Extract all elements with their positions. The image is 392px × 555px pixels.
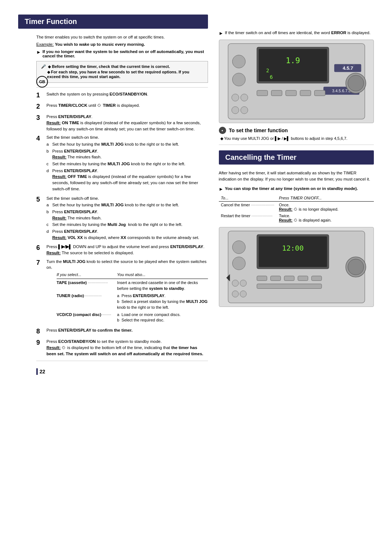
- step-7-content: Turn the MULTI JOG knob to select the so…: [46, 259, 208, 325]
- svg-point-14: [348, 75, 364, 91]
- svg-rect-15: [257, 90, 268, 96]
- svg-point-32: [348, 259, 364, 275]
- cancelling-timer-header: Cancelling the Timer: [219, 150, 374, 165]
- cancel-action-2: Restart the timer ···················: [219, 212, 277, 223]
- step-3-num: 3: [36, 113, 46, 122]
- table-row-tape: TAPE (cassette) ·················· Inser…: [57, 280, 208, 292]
- cancel-intro: After having set the timer, it will star…: [219, 170, 374, 183]
- cancel-press-2: Twice.Result: ⏲ is displayed again.: [277, 212, 374, 223]
- step-4-content: Set the timer switch-on time. aSet the h…: [46, 134, 208, 193]
- step-9: 9 Press ECO/STANDBY/ON to set the system…: [36, 339, 208, 357]
- step-1-content: Switch the system on by pressing ECO/STA…: [46, 91, 208, 97]
- svg-text:2: 2: [266, 68, 269, 73]
- step-7-num: 7: [36, 258, 46, 267]
- step-2-num: 2: [36, 102, 46, 111]
- device-image-top: 1.9 2 6 4.5.7 4.5.7 3.4.5.6.7.8: [219, 40, 374, 123]
- svg-point-12: [232, 73, 245, 86]
- timer-function-header: Timer Function: [18, 15, 208, 29]
- step-6: 6 Press ▌▶/▶▌ DOWN and UP to adjust the …: [36, 244, 208, 256]
- step-5-content: Set the timer switch-off time. aSet the …: [46, 195, 208, 242]
- svg-text:4.5.7: 4.5.7: [343, 65, 353, 71]
- svg-rect-35: [284, 276, 294, 280]
- svg-point-41: [232, 291, 238, 297]
- step-4-num: 4: [36, 134, 46, 143]
- svg-point-21: [241, 94, 248, 101]
- to-set-box: ● To set the timer function: [219, 127, 374, 134]
- device-image-bottom: 12:00: [219, 227, 374, 307]
- step-8: 8 Press ENTER/DISPLAY to confirm the tim…: [36, 327, 208, 336]
- cancel-press-1: Once.Result: ⏲ is no longer displayed.: [277, 201, 374, 212]
- step-4: 4 Set the timer switch-on time. aSet the…: [36, 134, 208, 193]
- step-6-num: 6: [36, 243, 46, 252]
- svg-rect-18: [300, 90, 311, 96]
- step-9-content: Press ECO/STANDBY/ON to set the system t…: [46, 339, 208, 357]
- step-7-table: If you select... You must also... TAPE (…: [57, 272, 208, 324]
- cancel-table: To... Press TIMER ON/OFF... Cancel the t…: [219, 195, 374, 223]
- to-set-title: To set the timer function: [229, 127, 288, 133]
- step-9-num: 9: [36, 338, 46, 347]
- step-3-content: Press ENTER/DISPLAY. Result: ON TIME is …: [46, 114, 208, 132]
- svg-point-11: [232, 55, 245, 68]
- step-1: 1 Switch the system on by pressing ECO/S…: [36, 91, 208, 100]
- step-2: 2 Press TIMER/CLOCK until ⏲ TIMER is dis…: [36, 102, 208, 111]
- cancel-table-header-row: To... Press TIMER ON/OFF...: [219, 195, 374, 202]
- page-num-bar: [36, 368, 38, 375]
- table-row-tuner: TUNER (radio)················ a Press EN…: [57, 293, 208, 311]
- page-number: 22: [36, 368, 208, 375]
- step-4-substeps: aSet the hour by tuning the MULTI JOG kn…: [46, 141, 208, 192]
- cancel-table-row-2: Restart the timer ··················· Tw…: [219, 212, 374, 223]
- svg-point-29: [232, 257, 245, 270]
- svg-text:12:00: 12:00: [282, 244, 304, 252]
- table-col2-header: You must also...: [117, 272, 208, 278]
- step-7: 7 Turn the MULTI JOG knob to select the …: [36, 259, 208, 325]
- table-col1-header: If you select...: [57, 272, 117, 278]
- svg-point-42: [240, 291, 246, 297]
- right-column: ► If the timer switch on and off times a…: [219, 15, 374, 375]
- svg-point-39: [232, 280, 238, 286]
- note-box: 🎤 ◆ Before setting the timer, check that…: [36, 61, 208, 83]
- gb-badge: GB: [36, 76, 48, 88]
- svg-point-20: [232, 94, 239, 101]
- svg-rect-36: [298, 276, 308, 280]
- svg-point-28: [232, 240, 245, 254]
- cancel-warning-text: You can stop the timer at any time (syst…: [225, 186, 358, 191]
- step-1-num: 1: [36, 90, 46, 100]
- svg-point-22: [232, 106, 239, 114]
- svg-rect-16: [271, 90, 282, 96]
- step-list: 1 Switch the system on by pressing ECO/S…: [36, 91, 208, 357]
- step-8-content: Press ENTER/DISPLAY to confirm the timer…: [46, 327, 208, 333]
- cancel-action-1: Cancel the timer ·····················: [219, 201, 277, 212]
- example-line: Example: You wish to wake up to music ev…: [36, 42, 208, 46]
- svg-text:6: 6: [270, 74, 273, 80]
- step-6-content: Press ▌▶/▶▌ DOWN and UP to adjust the vo…: [46, 244, 208, 256]
- table-row-vcd: VCD/CD (compact disc)········· a Load on…: [57, 312, 208, 324]
- warning-text: If you no longer want the system to be s…: [42, 49, 208, 58]
- step-5: 5 Set the timer switch-off time. aSet th…: [36, 195, 208, 242]
- svg-rect-34: [270, 276, 281, 280]
- warning-arrow-icon: ►: [36, 49, 41, 55]
- circle-icon: ●: [219, 127, 226, 134]
- svg-rect-19: [314, 90, 325, 96]
- svg-rect-38: [257, 284, 321, 288]
- cancel-table-row-1: Cancel the timer ····················· O…: [219, 201, 374, 212]
- svg-rect-37: [311, 276, 322, 280]
- step-5-num: 5: [36, 195, 46, 204]
- svg-rect-33: [257, 276, 267, 280]
- page: Timer Function GB The timer enables you …: [0, 0, 392, 555]
- intro-text: The timer enables you to switch the syst…: [36, 34, 208, 40]
- error-note: If the timer switch on and off times are…: [225, 31, 370, 35]
- step-3: 3 Press ENTER/DISPLAY. Result: ON TIME i…: [36, 114, 208, 132]
- cancel-table-press-header: Press TIMER ON/OFF...: [277, 195, 374, 202]
- cancel-warning-arrow-icon: ►: [219, 186, 224, 192]
- to-set-note: ◆ You may use MULTI JOG or ▌▶ / ▶▌ butto…: [219, 136, 374, 141]
- step-8-num: 8: [36, 327, 46, 336]
- cassette-icon: 🎤: [41, 64, 46, 69]
- svg-point-40: [240, 280, 246, 286]
- svg-text:1.9: 1.9: [286, 56, 300, 65]
- step-5-substeps: aSet the hour by tuning the MULTI JOG kn…: [46, 202, 208, 240]
- svg-rect-17: [286, 90, 297, 96]
- step-2-content: Press TIMER/CLOCK until ⏲ TIMER is displ…: [46, 102, 208, 109]
- error-arrow-icon: ►: [219, 31, 224, 36]
- cancel-table-to-header: To...: [219, 195, 277, 202]
- svg-point-23: [241, 106, 248, 114]
